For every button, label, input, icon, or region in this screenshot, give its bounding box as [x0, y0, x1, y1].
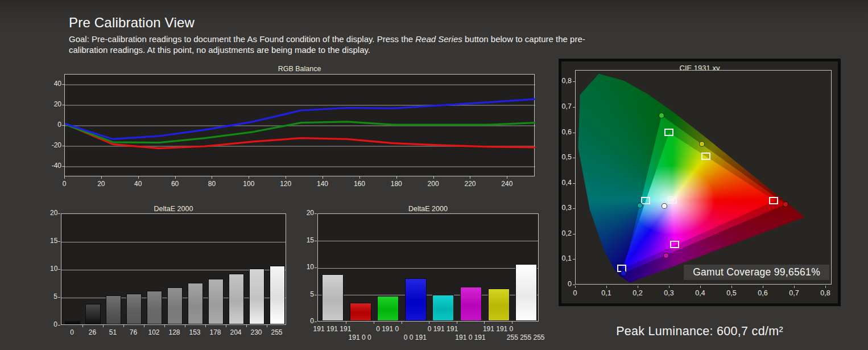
cie-x-tick: [669, 286, 669, 288]
deltae-x-tick: [267, 325, 267, 327]
gamut-coverage-label: Gamut Coverage 99,6561%: [684, 265, 829, 280]
rgb-x-tick: [175, 176, 176, 179]
goal-text: Goal: Pre-calibration readings to docume…: [69, 34, 589, 56]
cie-1931-plot: Gamut Coverage 99,6561%: [575, 70, 832, 285]
deltae-bar: [126, 294, 142, 324]
deltae-bar-label: 191 0 0: [338, 333, 382, 341]
deltae-bar-label: 191 191 191: [311, 325, 354, 333]
deltae-bar: [188, 283, 203, 324]
deltae-y-tick: [58, 241, 60, 242]
cie-x-tick-label: 0,2: [628, 289, 647, 297]
rgb-x-tick-label: 80: [202, 180, 221, 188]
cie-x-tick-label: 0,4: [691, 289, 710, 297]
cie-measured-white-point: [662, 203, 667, 209]
rgb-x-tick-label: 100: [239, 180, 258, 188]
rgb-x-tick-label: 180: [387, 180, 406, 188]
deltae-bar: [249, 269, 264, 324]
pre-calibration-view: Pre Calibration View Goal: Pre-calibrati…: [0, 0, 868, 350]
cie-y-tick: [573, 208, 575, 209]
rgb-x-tick: [470, 176, 470, 179]
rgb-x-tick: [138, 176, 139, 179]
gridline: [61, 242, 286, 242]
deltae-grayscale-plot: [61, 213, 286, 325]
rgb-x-tick: [507, 176, 507, 179]
rgb-x-tick: [286, 176, 286, 179]
cie-y-tick-label: 0,6: [561, 128, 572, 136]
cie-target-magenta-square: [670, 241, 679, 248]
deltae-bar-label: 0 191 0: [366, 325, 410, 333]
deltae-x-tick: [226, 325, 226, 327]
rgb-x-tick: [323, 176, 323, 179]
deltae-bar: [377, 296, 399, 321]
deltae-bar: [350, 303, 371, 321]
rgb-x-tick-label: 200: [424, 180, 443, 188]
cie-x-tick: [575, 286, 576, 288]
cie-x-tick-label: 0,1: [597, 289, 616, 297]
deltae-bar-label: 0 191 191: [421, 325, 465, 333]
cie-x-tick: [825, 286, 826, 288]
deltae-bar-label: 255 255 255: [504, 333, 548, 341]
rgb-y-tick: [62, 105, 64, 105]
deltae-bar: [85, 304, 101, 324]
deltae-x-tick: [246, 325, 247, 327]
deltae-bar: [270, 266, 285, 324]
deltae-x-tick: [457, 322, 457, 324]
deltae-bar: [106, 295, 121, 324]
deltae-y-tick-label: 5: [50, 293, 57, 300]
cie-y-tick-label: 0,5: [561, 153, 572, 161]
deltae-y-tick: [58, 297, 60, 298]
deltae-y-tick: [58, 269, 60, 270]
deltae-y-tick-label: 20: [50, 209, 57, 217]
deltae-bar: [488, 289, 510, 321]
cie-y-tick-label: 0,2: [561, 229, 572, 237]
deltae-y-tick: [315, 241, 317, 241]
deltae-x-tick: [374, 322, 374, 324]
rgb-x-tick-label: 60: [166, 180, 185, 188]
deltae-x-tick: [82, 325, 83, 327]
rgb-balance-plot: [64, 74, 535, 176]
cie-target-yellow-square: [701, 153, 710, 160]
cie-y-tick: [573, 133, 575, 133]
cie-x-tick: [638, 286, 638, 288]
cie-target-white-square: [668, 196, 677, 204]
cie-y-tick-label: 0,4: [561, 179, 572, 187]
cie-x-tick-label: 0,5: [722, 289, 741, 297]
deltae-bar: [322, 274, 344, 321]
rgb-balance-title: RGB Balance: [64, 65, 535, 73]
goal-read-series: Read Series: [415, 34, 462, 44]
deltae-bar-label: 255: [259, 328, 295, 336]
deltae-x-tick: [402, 322, 402, 324]
deltae-bar-label: 191 191 0: [476, 325, 520, 333]
deltae-y-tick-label: 10: [304, 263, 314, 271]
cie-x-tick-label: 0,8: [816, 289, 835, 297]
cie-x-tick: [794, 286, 795, 288]
rgb-x-tick-label: 20: [92, 180, 111, 188]
deltae-y-tick: [315, 295, 317, 295]
cie-y-tick: [573, 158, 575, 158]
rgb-balance-lines: [65, 75, 535, 177]
rgb-x-tick: [249, 176, 249, 179]
deltae-bar-label: 191 0 191: [449, 333, 493, 341]
deltae-bar: [432, 295, 454, 321]
deltae-bar: [405, 278, 427, 321]
cie-y-tick: [573, 183, 575, 184]
deltae-grayscale-chart: DeltaE 2000 0510152002651761021281531782…: [50, 204, 289, 346]
deltae-x-tick: [429, 322, 429, 324]
rgb-y-tick-label: 0: [50, 121, 61, 129]
deltae-color-chart: DeltaE 2000 05101520191 191 191191 0 00 …: [304, 204, 546, 349]
deltae-bar: [167, 287, 183, 324]
deltae-bar: [65, 321, 80, 324]
peak-luminance-label: Peak Luminance: 600,7 cd/m²: [559, 324, 841, 339]
cie-x-tick: [700, 286, 701, 288]
deltae-x-tick: [123, 325, 124, 327]
cie-y-tick-label: 0,3: [561, 204, 572, 212]
deltae-y-tick-label: 0: [304, 317, 314, 325]
deltae-bar-label: 0 0 191: [394, 333, 437, 341]
cie-y-tick-label: 0,1: [561, 254, 572, 262]
cie-x-tick-label: 0: [565, 289, 585, 297]
rgb-line-red: [65, 123, 535, 148]
deltae-bar: [229, 274, 244, 324]
rgb-y-tick: [62, 84, 64, 85]
deltae-x-tick: [205, 325, 206, 327]
deltae-y-tick-label: 10: [50, 265, 57, 273]
